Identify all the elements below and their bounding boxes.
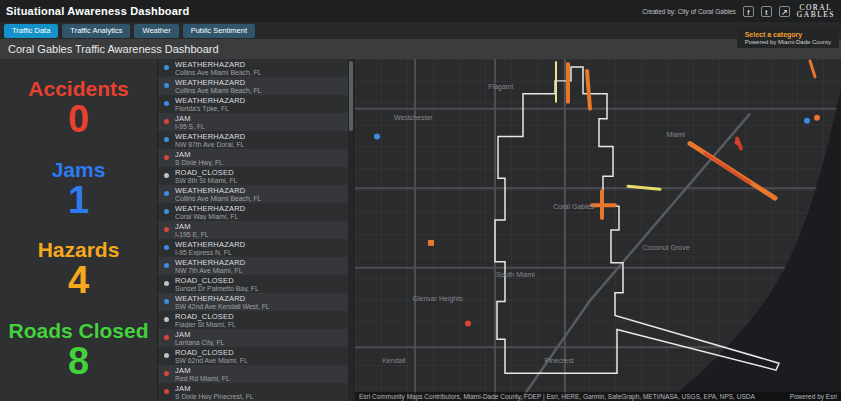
weatherhazard-dot (164, 263, 169, 268)
coral-gables-logo: CORAL GABLES (797, 4, 835, 19)
stat-label: Accidents (0, 78, 157, 100)
stat-label: Hazards (0, 239, 157, 261)
logo-line-2: GABLES (797, 11, 835, 19)
incident-location: I-95 S, FL (175, 123, 344, 130)
attribution-sources: Esri Community Maps Contributors, Miami-… (359, 393, 755, 400)
incident-list-panel: WEATHERHAZARDCollins Ave Miami Beach, FL… (158, 59, 355, 401)
hazard-marker[interactable] (814, 115, 820, 121)
list-item[interactable]: JAMRed Rd Miami, FL (158, 365, 354, 383)
incident-type: JAM (175, 222, 344, 231)
hazard-marker-blue[interactable] (374, 134, 380, 140)
list-item[interactable]: ROAD_CLOSEDSunset Dr Palmetto Bay, FL (158, 275, 354, 293)
incident-location: S Dixie Hwy Pinecrest, FL (175, 393, 344, 400)
tab-public-sentiment[interactable]: Public Sentiment (183, 24, 255, 38)
incident-type: WEATHERHAZARD (175, 132, 344, 141)
category-selector[interactable]: Select a category Powered by Miami-Dade … (737, 28, 839, 48)
incident-type: ROAD_CLOSED (175, 168, 344, 177)
list-item[interactable]: WEATHERHAZARDNW 87th Ave Doral, FL (158, 131, 354, 149)
list-item[interactable]: WEATHERHAZARDCoral Way Miami, FL (158, 203, 354, 221)
incident-location: Florida's Tpke, FL (175, 105, 344, 112)
hazard-marker-square[interactable] (428, 240, 434, 246)
stat-value: 1 (0, 181, 157, 221)
list-item[interactable]: JAMS Dixie Hwy, FL (158, 149, 354, 167)
share-icon[interactable]: ↗ (779, 6, 790, 17)
weatherhazard-dot (164, 299, 169, 304)
list-item[interactable]: ROAD_CLOSEDSW 62nd Ave Miami, FL (158, 347, 354, 365)
tab-traffic-data[interactable]: Traffic Data (4, 24, 58, 38)
main-content: Accidents0Jams1Hazards4Roads Closed8 WEA… (0, 59, 841, 401)
tab-bar: Traffic DataTraffic AnalyticsWeatherPubl… (0, 22, 841, 39)
jam-dot (164, 227, 169, 232)
list-item[interactable]: WEATHERHAZARDI-95 Express N, FL (158, 239, 354, 257)
road-closed-dot (164, 317, 169, 322)
stat-accidents: Accidents0 (0, 78, 157, 140)
list-item[interactable]: JAMS Dixie Hwy Pinecrest, FL (158, 383, 354, 401)
incident-location: Flagler St Miami, FL (175, 321, 344, 328)
attribution-powered-by: Powered by Esri (790, 393, 837, 400)
incident-type: JAM (175, 114, 344, 123)
incident-type: WEATHERHAZARD (175, 78, 344, 87)
list-item[interactable]: WEATHERHAZARDNW 7th Ave Miami, FL (158, 257, 354, 275)
weatherhazard-dot (164, 101, 169, 106)
list-scrollbar[interactable] (348, 59, 354, 401)
tab-weather[interactable]: Weather (134, 24, 178, 38)
incident-location: SW 62nd Ave Miami, FL (175, 357, 344, 364)
tab-traffic-analytics[interactable]: Traffic Analytics (62, 24, 130, 38)
jam-dot (164, 335, 169, 340)
list-item[interactable]: JAMLantana City, FL (158, 329, 354, 347)
map-canvas[interactable] (355, 59, 841, 401)
weatherhazard-dot (164, 191, 169, 196)
incident-type: JAM (175, 366, 344, 375)
list-item[interactable]: WEATHERHAZARDCollins Ave Miami Beach, FL (158, 77, 354, 95)
road-closed-dot (164, 281, 169, 286)
stat-roads-closed: Roads Closed8 (0, 320, 157, 382)
weatherhazard-dot (164, 137, 169, 142)
top-bar: Situational Awareness Dashboard Created … (0, 0, 841, 22)
incident-location: I-195 E, FL (175, 231, 344, 238)
list-item[interactable]: WEATHERHAZARDCollins Ave Miami Beach, FL (158, 185, 354, 203)
incident-location: SW 8th St Miami, FL (175, 177, 344, 184)
incident-location: Coral Way Miami, FL (175, 213, 344, 220)
incident-type: WEATHERHAZARD (175, 204, 344, 213)
jam-marker[interactable] (804, 118, 810, 124)
jam-marker-red[interactable] (735, 140, 740, 145)
incident-location: Collins Ave Miami Beach, FL (175, 87, 344, 94)
weatherhazard-dot (164, 83, 169, 88)
twitter-icon[interactable]: t (761, 6, 772, 17)
weatherhazard-dot (164, 209, 169, 214)
incident-type: WEATHERHAZARD (175, 186, 344, 195)
road-closed-dot (164, 353, 169, 358)
incident-type: WEATHERHAZARD (175, 258, 344, 267)
list-item[interactable]: ROAD_CLOSEDSW 8th St Miami, FL (158, 167, 354, 185)
app-title: Situational Awareness Dashboard (6, 5, 189, 17)
jam-dot (164, 371, 169, 376)
incident-location: Collins Ave Miami Beach, FL (175, 69, 344, 76)
jam-dot (164, 155, 169, 160)
list-item[interactable]: JAMI-95 S, FL (158, 113, 354, 131)
list-item[interactable]: JAMI-195 E, FL (158, 221, 354, 239)
sub-header: Coral Gables Traffic Awareness Dashboard… (0, 39, 841, 59)
list-item[interactable]: ROAD_CLOSEDFlagler St Miami, FL (158, 311, 354, 329)
incident-type: WEATHERHAZARD (175, 240, 344, 249)
facebook-icon[interactable]: f (743, 6, 754, 17)
map-attribution: Esri Community Maps Contributors, Miami-… (355, 392, 841, 401)
stat-value: 0 (0, 100, 157, 140)
list-scrollbar-thumb[interactable] (349, 61, 353, 131)
incident-type: JAM (175, 384, 344, 393)
incident-type: WEATHERHAZARD (175, 60, 344, 69)
incident-type: ROAD_CLOSED (175, 276, 344, 285)
incident-type: ROAD_CLOSED (175, 312, 344, 321)
map[interactable]: WestchesterFlagamiMiamiCoral GablesCocon… (355, 59, 841, 401)
road-closed-dot (164, 173, 169, 178)
list-item[interactable]: WEATHERHAZARDCollins Ave Miami Beach, FL (158, 59, 354, 77)
stat-value: 8 (0, 342, 157, 382)
stat-label: Roads Closed (0, 320, 157, 342)
incident-location: SW 42nd Ave Kendall West, FL (175, 303, 344, 310)
incident-type: WEATHERHAZARD (175, 96, 344, 105)
incident-location: I-95 Express N, FL (175, 249, 344, 256)
category-label: Select a category (745, 31, 831, 38)
incident-location: Red Rd Miami, FL (175, 375, 344, 382)
list-item[interactable]: WEATHERHAZARDSW 42nd Ave Kendall West, F… (158, 293, 354, 311)
accident-marker[interactable] (465, 320, 471, 326)
list-item[interactable]: WEATHERHAZARDFlorida's Tpke, FL (158, 95, 354, 113)
